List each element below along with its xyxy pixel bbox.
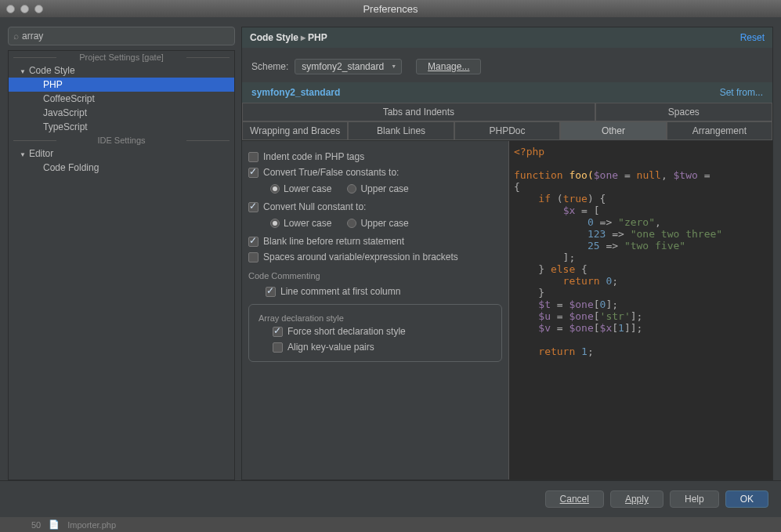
section-code-commenting: Code Commenting	[248, 265, 502, 284]
reset-link[interactable]: Reset	[740, 32, 765, 43]
search-icon: ⌕	[13, 31, 19, 42]
manage-button[interactable]: Manage...	[416, 59, 481, 74]
search-field[interactable]: ⌕	[8, 27, 235, 45]
radio-null-upper[interactable]	[347, 219, 356, 228]
tab-phpdoc[interactable]: PHPDoc	[454, 121, 560, 140]
chk-align-kv[interactable]	[273, 342, 283, 353]
scheme-select[interactable]: symfony2_standard	[295, 59, 402, 74]
window-title: Preferences	[6, 3, 775, 15]
help-button[interactable]: Help	[670, 490, 719, 508]
chk-indent-php[interactable]	[248, 152, 259, 162]
tree-item-editor[interactable]: Editor	[9, 147, 234, 161]
set-from-link[interactable]: Set from...	[720, 87, 763, 98]
tab-other[interactable]: Other	[560, 121, 666, 140]
tab-tabs-indents[interactable]: Tabs and Indents	[242, 103, 595, 121]
fieldset-array-decl: Array declaration style Force short decl…	[248, 304, 502, 362]
ok-button[interactable]: OK	[725, 490, 768, 508]
tab-spaces[interactable]: Spaces	[595, 103, 772, 121]
options-pane: Indent code in PHP tags Convert True/Fal…	[242, 141, 508, 480]
radio-tf-upper[interactable]	[347, 184, 356, 194]
settings-tree[interactable]: Project Settings [gate] Code Style PHP C…	[8, 50, 235, 480]
tree-section-ide: IDE Settings	[9, 134, 234, 147]
search-input[interactable]	[22, 31, 230, 42]
radio-tf-lower[interactable]	[270, 184, 280, 194]
file-icon: 📄	[49, 519, 60, 530]
minimize-window-button[interactable]	[20, 5, 29, 13]
chk-spaces-brackets[interactable]	[248, 252, 259, 262]
close-window-button[interactable]	[6, 5, 15, 13]
tab-arrangement[interactable]: Arrangement	[667, 121, 772, 140]
tree-item-php[interactable]: PHP	[9, 78, 234, 92]
tab-wrapping-braces[interactable]: Wrapping and Braces	[242, 121, 348, 140]
zoom-window-button[interactable]	[34, 5, 43, 13]
tree-section-project: Project Settings [gate]	[9, 51, 234, 63]
chk-force-short[interactable]	[273, 327, 283, 337]
tree-item-coffeescript[interactable]: CoffeeScript	[9, 92, 234, 106]
chk-blank-before-return[interactable]	[248, 237, 259, 247]
tree-item-javascript[interactable]: JavaScript	[9, 106, 234, 120]
title-bar: Preferences	[0, 0, 781, 17]
editor-behind-strip: 50 📄 Importer.php	[0, 517, 781, 532]
tree-item-code-folding[interactable]: Code Folding	[9, 161, 234, 175]
scheme-name: symfony2_standard	[251, 87, 720, 98]
apply-button[interactable]: Apply	[610, 490, 663, 508]
breadcrumb: Code Style▸PHP	[250, 32, 740, 43]
chk-convert-true-false[interactable]	[248, 168, 259, 178]
tab-blank-lines[interactable]: Blank Lines	[348, 121, 454, 140]
chk-line-comment-first[interactable]	[266, 287, 276, 297]
cancel-button[interactable]: Cancel	[545, 490, 604, 508]
tree-item-typescript[interactable]: TypeScript	[9, 120, 234, 134]
tree-item-code-style[interactable]: Code Style	[9, 63, 234, 78]
scheme-label: Scheme:	[251, 61, 288, 72]
radio-null-lower[interactable]	[270, 219, 280, 228]
code-preview: <?php function foo($one = null, $two = {…	[508, 141, 772, 480]
chk-convert-null[interactable]	[248, 202, 259, 212]
